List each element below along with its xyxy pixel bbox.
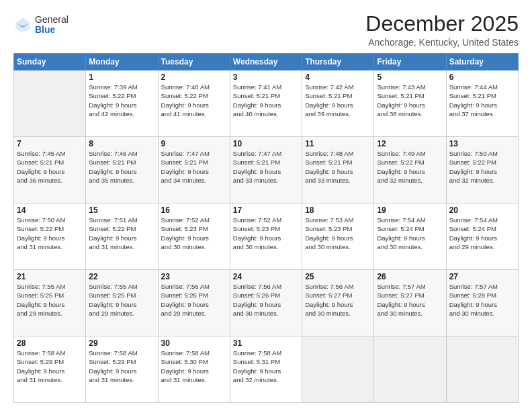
- day-number: 31: [233, 338, 299, 348]
- calendar-cell: 21Sunrise: 7:55 AM Sunset: 5:25 PM Dayli…: [14, 270, 86, 336]
- day-info: Sunrise: 7:52 AM Sunset: 5:23 PM Dayligh…: [161, 216, 227, 251]
- day-info: Sunrise: 7:50 AM Sunset: 5:22 PM Dayligh…: [17, 216, 83, 251]
- calendar-cell: 12Sunrise: 7:49 AM Sunset: 5:22 PM Dayli…: [374, 137, 446, 203]
- day-number: 8: [89, 139, 154, 148]
- day-info: Sunrise: 7:46 AM Sunset: 5:21 PM Dayligh…: [89, 149, 154, 185]
- day-info: Sunrise: 7:58 AM Sunset: 5:29 PM Dayligh…: [17, 349, 83, 384]
- day-info: Sunrise: 7:52 AM Sunset: 5:23 PM Dayligh…: [233, 216, 299, 251]
- day-number: 5: [377, 73, 443, 82]
- calendar-table: SundayMondayTuesdayWednesdayThursdayFrid…: [13, 53, 519, 403]
- day-number: 15: [89, 205, 154, 215]
- day-info: Sunrise: 7:44 AM Sunset: 5:21 PM Dayligh…: [449, 83, 515, 118]
- day-info: Sunrise: 7:56 AM Sunset: 5:26 PM Dayligh…: [233, 282, 299, 318]
- subtitle: Anchorage, Kentucky, United States: [365, 37, 519, 48]
- day-info: Sunrise: 7:40 AM Sunset: 5:22 PM Dayligh…: [161, 83, 227, 118]
- logo-text: General Blue: [35, 15, 69, 36]
- page: General Blue December 2025 Anchorage, Ke…: [0, 0, 532, 411]
- day-number: 19: [377, 205, 443, 215]
- calendar-cell: 7Sunrise: 7:45 AM Sunset: 5:21 PM Daylig…: [14, 137, 86, 203]
- day-number: 4: [305, 73, 371, 82]
- calendar-cell: 13Sunrise: 7:50 AM Sunset: 5:22 PM Dayli…: [446, 137, 518, 203]
- calendar-cell: 27Sunrise: 7:57 AM Sunset: 5:28 PM Dayli…: [446, 270, 518, 336]
- day-info: Sunrise: 7:56 AM Sunset: 5:26 PM Dayligh…: [161, 282, 227, 318]
- day-info: Sunrise: 7:57 AM Sunset: 5:27 PM Dayligh…: [377, 282, 443, 318]
- calendar-header-row: SundayMondayTuesdayWednesdayThursdayFrid…: [14, 54, 519, 71]
- calendar-cell: 6Sunrise: 7:44 AM Sunset: 5:21 PM Daylig…: [446, 71, 518, 137]
- day-info: Sunrise: 7:39 AM Sunset: 5:22 PM Dayligh…: [89, 83, 154, 118]
- calendar-header-wednesday: Wednesday: [230, 54, 302, 71]
- day-info: Sunrise: 7:47 AM Sunset: 5:21 PM Dayligh…: [233, 149, 299, 185]
- header: General Blue December 2025 Anchorage, Ke…: [13, 12, 519, 48]
- day-info: Sunrise: 7:58 AM Sunset: 5:31 PM Dayligh…: [233, 349, 299, 384]
- calendar-cell: 14Sunrise: 7:50 AM Sunset: 5:22 PM Dayli…: [14, 203, 86, 270]
- day-number: 18: [305, 205, 371, 215]
- calendar-header-monday: Monday: [86, 54, 158, 71]
- day-info: Sunrise: 7:51 AM Sunset: 5:22 PM Dayligh…: [89, 216, 154, 251]
- day-info: Sunrise: 7:55 AM Sunset: 5:25 PM Dayligh…: [89, 282, 154, 318]
- calendar-cell: 4Sunrise: 7:42 AM Sunset: 5:21 PM Daylig…: [302, 71, 374, 137]
- day-number: 26: [377, 272, 443, 281]
- day-number: 23: [161, 272, 227, 281]
- calendar-cell: [446, 336, 518, 403]
- logo-blue-text: Blue: [35, 25, 69, 35]
- day-number: 25: [305, 272, 371, 281]
- calendar-week-1: 1Sunrise: 7:39 AM Sunset: 5:22 PM Daylig…: [14, 71, 519, 137]
- calendar-header-saturday: Saturday: [446, 54, 518, 71]
- day-info: Sunrise: 7:42 AM Sunset: 5:21 PM Dayligh…: [305, 83, 371, 118]
- calendar-cell: 15Sunrise: 7:51 AM Sunset: 5:22 PM Dayli…: [86, 203, 158, 270]
- calendar-cell: 8Sunrise: 7:46 AM Sunset: 5:21 PM Daylig…: [86, 137, 158, 203]
- calendar-cell: 2Sunrise: 7:40 AM Sunset: 5:22 PM Daylig…: [158, 71, 230, 137]
- day-number: 16: [161, 205, 227, 215]
- calendar-cell: 16Sunrise: 7:52 AM Sunset: 5:23 PM Dayli…: [158, 203, 230, 270]
- day-number: 6: [449, 73, 515, 82]
- day-info: Sunrise: 7:58 AM Sunset: 5:30 PM Dayligh…: [161, 349, 227, 384]
- calendar-cell: 5Sunrise: 7:43 AM Sunset: 5:21 PM Daylig…: [374, 71, 446, 137]
- day-number: 12: [377, 139, 443, 148]
- day-info: Sunrise: 7:53 AM Sunset: 5:23 PM Dayligh…: [305, 216, 371, 251]
- logo-general-text: General: [35, 15, 69, 25]
- day-info: Sunrise: 7:48 AM Sunset: 5:21 PM Dayligh…: [305, 149, 371, 185]
- calendar-cell: [14, 71, 86, 137]
- day-info: Sunrise: 7:41 AM Sunset: 5:21 PM Dayligh…: [233, 83, 299, 118]
- calendar-cell: 26Sunrise: 7:57 AM Sunset: 5:27 PM Dayli…: [374, 270, 446, 336]
- calendar-header-friday: Friday: [374, 54, 446, 71]
- day-number: 3: [233, 73, 299, 82]
- calendar-cell: 25Sunrise: 7:56 AM Sunset: 5:27 PM Dayli…: [302, 270, 374, 336]
- calendar-cell: 1Sunrise: 7:39 AM Sunset: 5:22 PM Daylig…: [86, 71, 158, 137]
- day-number: 30: [161, 338, 227, 348]
- svg-marker-0: [16, 18, 30, 32]
- calendar-cell: [374, 336, 446, 403]
- day-number: 20: [449, 205, 515, 215]
- day-info: Sunrise: 7:54 AM Sunset: 5:24 PM Dayligh…: [449, 216, 515, 251]
- day-info: Sunrise: 7:49 AM Sunset: 5:22 PM Dayligh…: [377, 149, 443, 185]
- calendar-cell: 29Sunrise: 7:58 AM Sunset: 5:29 PM Dayli…: [86, 336, 158, 403]
- day-info: Sunrise: 7:57 AM Sunset: 5:28 PM Dayligh…: [449, 282, 515, 318]
- day-number: 13: [449, 139, 515, 148]
- day-info: Sunrise: 7:45 AM Sunset: 5:21 PM Dayligh…: [17, 149, 83, 185]
- day-number: 29: [89, 338, 154, 348]
- calendar-cell: [302, 336, 374, 403]
- day-info: Sunrise: 7:47 AM Sunset: 5:21 PM Dayligh…: [161, 149, 227, 185]
- logo: General Blue: [13, 15, 69, 36]
- calendar-cell: 11Sunrise: 7:48 AM Sunset: 5:21 PM Dayli…: [302, 137, 374, 203]
- day-number: 11: [305, 139, 371, 148]
- day-number: 24: [233, 272, 299, 281]
- day-info: Sunrise: 7:56 AM Sunset: 5:27 PM Dayligh…: [305, 282, 371, 318]
- day-info: Sunrise: 7:43 AM Sunset: 5:21 PM Dayligh…: [377, 83, 443, 118]
- day-number: 10: [233, 139, 299, 148]
- day-info: Sunrise: 7:58 AM Sunset: 5:29 PM Dayligh…: [89, 349, 154, 384]
- calendar-cell: 24Sunrise: 7:56 AM Sunset: 5:26 PM Dayli…: [230, 270, 302, 336]
- calendar-header-tuesday: Tuesday: [158, 54, 230, 71]
- day-number: 27: [449, 272, 515, 281]
- day-number: 1: [89, 73, 154, 82]
- calendar-cell: 17Sunrise: 7:52 AM Sunset: 5:23 PM Dayli…: [230, 203, 302, 270]
- day-info: Sunrise: 7:50 AM Sunset: 5:22 PM Dayligh…: [449, 149, 515, 185]
- calendar-header-sunday: Sunday: [14, 54, 86, 71]
- calendar-week-5: 28Sunrise: 7:58 AM Sunset: 5:29 PM Dayli…: [14, 336, 519, 403]
- day-info: Sunrise: 7:54 AM Sunset: 5:24 PM Dayligh…: [377, 216, 443, 251]
- day-number: 9: [161, 139, 227, 148]
- calendar-cell: 23Sunrise: 7:56 AM Sunset: 5:26 PM Dayli…: [158, 270, 230, 336]
- calendar-week-3: 14Sunrise: 7:50 AM Sunset: 5:22 PM Dayli…: [14, 203, 519, 270]
- calendar-cell: 3Sunrise: 7:41 AM Sunset: 5:21 PM Daylig…: [230, 71, 302, 137]
- calendar-cell: 18Sunrise: 7:53 AM Sunset: 5:23 PM Dayli…: [302, 203, 374, 270]
